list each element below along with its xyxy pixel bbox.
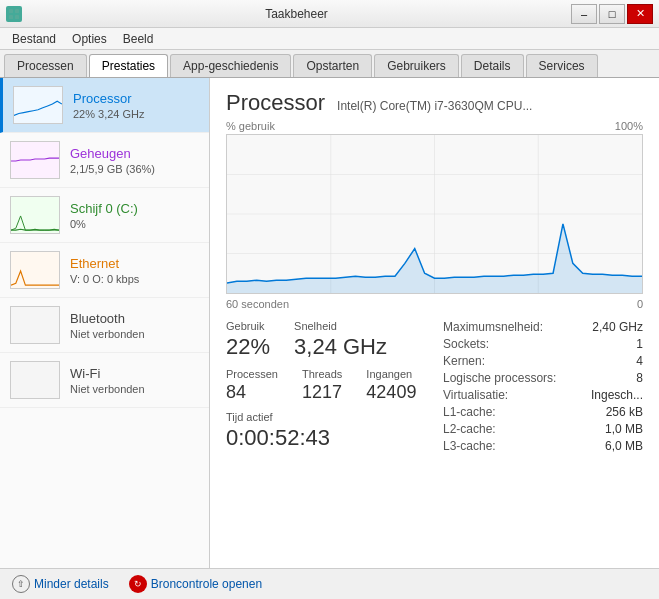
ethernet-info: Ethernet V: 0 O: 0 kbps: [70, 256, 199, 285]
rs-val-3: 8: [636, 371, 643, 385]
ingangen-value: 42409: [366, 382, 416, 403]
right-stat-virt: Virtualisatie: Ingesch...: [443, 388, 643, 402]
bluetooth-thumb: [10, 306, 60, 344]
sidebar-item-bluetooth[interactable]: Bluetooth Niet verbonden: [0, 298, 209, 353]
chart-label-left: % gebruik: [226, 120, 275, 132]
panel-subtitle: Intel(R) Core(TM) i7-3630QM CPU...: [337, 99, 532, 113]
broncontrole-label: Broncontrole openen: [151, 577, 262, 591]
processor-info: Processor 22% 3,24 GHz: [73, 91, 199, 120]
sidebar-item-schijf[interactable]: Schijf 0 (C:) 0%: [0, 188, 209, 243]
minder-details-label: Minder details: [34, 577, 109, 591]
sidebar: Processor 22% 3,24 GHz Geheugen 2,1/5,9 …: [0, 78, 210, 568]
close-button[interactable]: ✕: [627, 4, 653, 24]
rs-key-6: L2-cache:: [443, 422, 496, 436]
menu-beeld[interactable]: Beeld: [115, 30, 162, 48]
rs-val-5: 256 kB: [606, 405, 643, 419]
wifi-info: Wi-Fi Niet verbonden: [70, 366, 199, 395]
right-stat-maxspeed: Maximumsnelheid: 2,40 GHz: [443, 320, 643, 334]
tab-services[interactable]: Services: [526, 54, 598, 77]
schijf-info: Schijf 0 (C:) 0%: [70, 201, 199, 230]
svg-rect-6: [11, 197, 59, 233]
tijd-value: 0:00:52:43: [226, 425, 423, 451]
sidebar-item-wifi[interactable]: Wi-Fi Niet verbonden: [0, 353, 209, 408]
title-bar: Taakbeheer – □ ✕: [0, 0, 659, 28]
cpu-chart: [226, 134, 643, 294]
menu-opties[interactable]: Opties: [64, 30, 115, 48]
ethernet-sub: V: 0 O: 0 kbps: [70, 273, 199, 285]
snelheid-label: Snelheid: [294, 320, 387, 332]
app-icon: [6, 6, 22, 22]
processen-value: 84: [226, 382, 278, 403]
tab-gebruikers[interactable]: Gebruikers: [374, 54, 459, 77]
svg-rect-8: [11, 307, 59, 343]
svg-rect-7: [11, 252, 59, 288]
minder-details-button[interactable]: ⇧ Minder details: [12, 575, 109, 593]
rs-key-4: Virtualisatie:: [443, 388, 508, 402]
tab-opstarten[interactable]: Opstarten: [293, 54, 372, 77]
svg-rect-3: [15, 15, 19, 19]
menu-bestand[interactable]: Bestand: [4, 30, 64, 48]
rs-key-0: Maximumsnelheid:: [443, 320, 543, 334]
threads-label: Threads: [302, 368, 342, 380]
threads-section: Threads 1217: [302, 368, 342, 403]
sidebar-item-geheugen[interactable]: Geheugen 2,1/5,9 GB (36%): [0, 133, 209, 188]
bluetooth-sub: Niet verbonden: [70, 328, 199, 340]
main-content: Processor 22% 3,24 GHz Geheugen 2,1/5,9 …: [0, 78, 659, 568]
sidebar-item-processor[interactable]: Processor 22% 3,24 GHz: [0, 78, 209, 133]
ethernet-name: Ethernet: [70, 256, 199, 271]
rs-key-3: Logische processors:: [443, 371, 556, 385]
geheugen-thumb: [10, 141, 60, 179]
tijd-label: Tijd actief: [226, 411, 423, 423]
chart-label-right: 100%: [615, 120, 643, 132]
schijf-name: Schijf 0 (C:): [70, 201, 199, 216]
svg-rect-0: [9, 9, 13, 13]
schijf-thumb: [10, 196, 60, 234]
title-bar-left: [6, 6, 22, 22]
sidebar-item-ethernet[interactable]: Ethernet V: 0 O: 0 kbps: [0, 243, 209, 298]
ethernet-thumb: [10, 251, 60, 289]
bottom-bar: ⇧ Minder details ↻ Broncontrole openen: [0, 568, 659, 598]
tijd-section: Tijd actief 0:00:52:43: [226, 411, 423, 451]
processor-name: Processor: [73, 91, 199, 106]
snelheid-section: Snelheid 3,24 GHz: [294, 320, 387, 360]
processen-label: Processen: [226, 368, 278, 380]
panel-title: Processor: [226, 90, 325, 116]
broncontrole-icon: ↻: [129, 575, 147, 593]
proc-thread-row: Processen 84 Threads 1217 Ingangen 42409: [226, 368, 423, 403]
geheugen-name: Geheugen: [70, 146, 199, 161]
processor-sub: 22% 3,24 GHz: [73, 108, 199, 120]
menu-bar: Bestand Opties Beeld: [0, 28, 659, 50]
rs-val-1: 1: [636, 337, 643, 351]
minimize-button[interactable]: –: [571, 4, 597, 24]
rs-key-2: Kernen:: [443, 354, 485, 368]
tab-processen[interactable]: Processen: [4, 54, 87, 77]
tab-prestaties[interactable]: Prestaties: [89, 54, 168, 77]
right-stats: Maximumsnelheid: 2,40 GHz Sockets: 1 Ker…: [443, 320, 643, 456]
time-label-left: 60 seconden: [226, 298, 289, 310]
tab-app-geschiedenis[interactable]: App-geschiedenis: [170, 54, 291, 77]
right-stat-kernen: Kernen: 4: [443, 354, 643, 368]
tab-details[interactable]: Details: [461, 54, 524, 77]
svg-rect-1: [15, 9, 19, 13]
gebruik-label: Gebruik: [226, 320, 270, 332]
rs-val-6: 1,0 MB: [605, 422, 643, 436]
window-controls: – □ ✕: [571, 4, 653, 24]
ingangen-section: Ingangen 42409: [366, 368, 416, 403]
geheugen-sub: 2,1/5,9 GB (36%): [70, 163, 199, 175]
window-title: Taakbeheer: [22, 7, 571, 21]
left-stats: Gebruik 22% Snelheid 3,24 GHz Processen …: [226, 320, 423, 456]
gebruik-value: 22%: [226, 334, 270, 360]
processor-thumb: [13, 86, 63, 124]
stats-area: Gebruik 22% Snelheid 3,24 GHz Processen …: [226, 320, 643, 456]
wifi-sub: Niet verbonden: [70, 383, 199, 395]
bluetooth-info: Bluetooth Niet verbonden: [70, 311, 199, 340]
maximize-button[interactable]: □: [599, 4, 625, 24]
svg-rect-9: [11, 362, 59, 398]
chart-time-labels: 60 seconden 0: [226, 298, 643, 310]
time-label-right: 0: [637, 298, 643, 310]
broncontrole-button[interactable]: ↻ Broncontrole openen: [129, 575, 262, 593]
snelheid-value: 3,24 GHz: [294, 334, 387, 360]
svg-rect-4: [14, 87, 62, 123]
rs-key-5: L1-cache:: [443, 405, 496, 419]
svg-rect-2: [9, 15, 13, 19]
